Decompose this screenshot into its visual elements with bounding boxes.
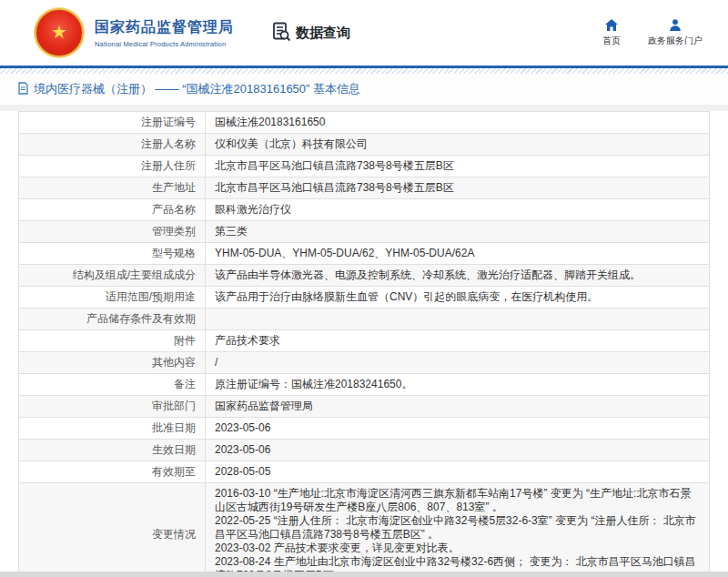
site-header: ★ 国家药品监督管理局 National Medical Products Ad… (0, 0, 728, 66)
field-label: 注册人名称 (19, 134, 206, 156)
nav-home-label: 首页 (602, 35, 621, 47)
field-label: 注册证编号 (19, 112, 206, 134)
table-row-changes: 变更情况 2016-03-10 “生产地址:北京市海淀区清河西三旗东新都车站南1… (19, 483, 710, 577)
site-subtitle: National Medical Products Administration (95, 40, 234, 48)
field-value: 2023-05-06 (206, 418, 710, 440)
field-value: 2028-05-05 (206, 461, 710, 483)
national-emblem-icon: ★ (35, 8, 84, 57)
field-value: 2023-05-06 (206, 440, 710, 461)
table-row: 备注 原注册证编号：国械注准20183241650。 (19, 374, 710, 396)
field-label: 备注 (19, 374, 206, 396)
header-nav: 首页 政务服务门户 (602, 19, 703, 47)
field-value: 北京市昌平区马池口镇昌流路738号8号楼五层B区 (206, 156, 710, 177)
table-row: 生产地址 北京市昌平区马池口镇昌流路738号8号楼五层B区 (19, 177, 710, 199)
field-value: 第三类 (206, 221, 710, 243)
field-value: 北京市昌平区马池口镇昌流路738号8号楼五层B区 (206, 177, 710, 199)
field-value: / (206, 352, 710, 374)
field-value: YHM-05-DUA、YHM-05-DUA/62、YHM-05-DUA/62A (206, 243, 710, 265)
field-label: 审批部门 (19, 396, 206, 418)
site-title-block: 国家药品监督管理局 National Medical Products Admi… (95, 18, 234, 48)
field-label: 生效日期 (19, 440, 206, 461)
field-value: 产品技术要求 (206, 330, 710, 352)
field-label: 生产地址 (19, 177, 206, 199)
table-row: 适用范围/预期用途 该产品用于治疗由脉络膜新生血管（CNV）引起的眼底病变，在医… (19, 287, 710, 309)
field-value: 该产品用于治疗由脉络膜新生血管（CNV）引起的眼底病变，在医疗机构使用。 (206, 287, 710, 309)
field-value: 仪和仪美（北京）科技有限公司 (206, 134, 710, 156)
field-value (206, 309, 710, 330)
field-label: 批准日期 (19, 418, 206, 440)
field-value: 国械注准20183161650 (206, 112, 710, 134)
table-row: 其他内容 / (19, 352, 710, 374)
document-icon (18, 82, 28, 97)
table-row: 生效日期 2023-05-06 (19, 440, 710, 461)
field-value: 原注册证编号：国械注准20183241650。 (206, 374, 710, 396)
table-row: 型号规格 YHM-05-DUA、YHM-05-DUA/62、YHM-05-DUA… (19, 243, 710, 265)
field-label: 其他内容 (19, 352, 206, 374)
table-row: 结构及组成/主要组成成分 该产品由半导体激光器、电源及控制系统、冷却系统、激光治… (19, 265, 710, 287)
field-value-changes: 2016-03-10 “生产地址:北京市海淀区清河西三旗东新都车站南17号楼” … (206, 483, 710, 577)
data-query-label: 数据查询 (296, 25, 350, 42)
data-query-section[interactable]: 数据查询 (272, 22, 350, 45)
table-row: 产品名称 眼科激光治疗仪 (19, 199, 710, 221)
field-label: 有效期至 (19, 461, 206, 483)
table-row: 附件 产品技术要求 (19, 330, 710, 352)
field-label: 结构及组成/主要组成成分 (19, 265, 206, 287)
field-value: 国家药品监督管理局 (206, 396, 710, 418)
table-row: 审批部门 国家药品监督管理局 (19, 396, 710, 418)
table-row: 注册证编号 国械注准20183161650 (19, 112, 710, 134)
breadcrumb: 境内医疗器械（注册） —— “国械注准20183161650” 基本信息 (0, 74, 728, 105)
field-label: 管理类别 (19, 221, 206, 243)
document-search-icon (272, 22, 291, 45)
table-row: 注册人名称 仪和仪美（北京）科技有限公司 (19, 134, 710, 156)
field-value: 眼科激光治疗仪 (206, 199, 710, 221)
gap-strip (0, 105, 728, 111)
field-value: 该产品由半导体激光器、电源及控制系统、冷却系统、激光治疗适配器、脚踏开关组成。 (206, 265, 710, 287)
table-row: 批准日期 2023-05-06 (19, 418, 710, 440)
registration-info-table: 注册证编号 国械注准20183161650 注册人名称 仪和仪美（北京）科技有限… (18, 111, 710, 577)
field-label: 型号规格 (19, 243, 206, 265)
field-label: 产品储存条件及有效期 (19, 309, 206, 330)
table-row: 有效期至 2028-05-05 (19, 461, 710, 483)
footer-strip (0, 572, 728, 577)
field-label: 附件 (19, 330, 206, 352)
nav-item-home[interactable]: 首页 (602, 19, 621, 47)
breadcrumb-text: 境内医疗器械（注册） —— “国械注准20183161650” 基本信息 (34, 81, 360, 97)
field-label: 产品名称 (19, 199, 206, 221)
table-row: 产品储存条件及有效期 (19, 309, 710, 330)
home-icon (605, 19, 618, 31)
site-title: 国家药品监督管理局 (95, 18, 234, 37)
nav-item-portal[interactable]: 政务服务门户 (648, 19, 703, 47)
table-row: 注册人住所 北京市昌平区马池口镇昌流路738号8号楼五层B区 (19, 156, 710, 177)
field-label: 变更情况 (19, 483, 206, 577)
table-row: 管理类别 第三类 (19, 221, 710, 243)
field-label: 注册人住所 (19, 156, 206, 177)
field-label: 适用范围/预期用途 (19, 287, 206, 309)
nav-portal-label: 政务服务门户 (648, 35, 703, 47)
user-icon (669, 19, 682, 31)
